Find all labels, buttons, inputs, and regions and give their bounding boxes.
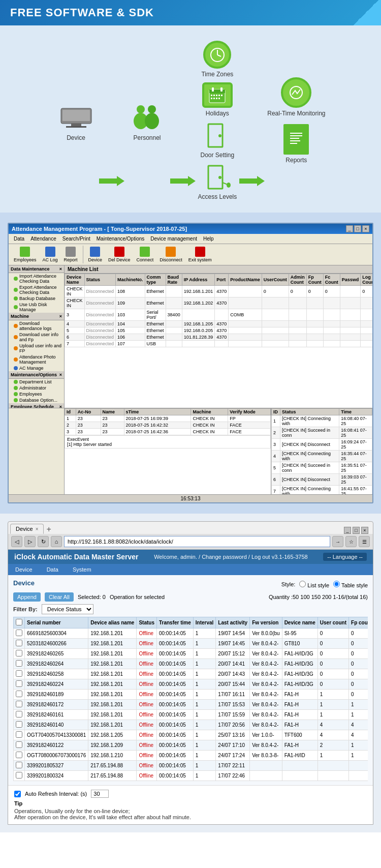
menu-data[interactable]: Data: [11, 235, 27, 243]
home-btn[interactable]: ⌂: [51, 536, 62, 547]
table-row[interactable]: 323232018-07-25 16:42:36CHECK INFACE: [65, 429, 271, 435]
refresh-btn[interactable]: ↻: [38, 536, 49, 547]
sidebar-photo[interactable]: Attendance Photo Management: [9, 354, 64, 365]
sidebar-export[interactable]: Export Attendance Checking Data: [9, 284, 64, 295]
back-btn[interactable]: ◁: [11, 536, 22, 547]
table-row[interactable]: 123232018-07-25 16:09:39CHECK INFP: [65, 415, 271, 422]
sidebar-usb[interactable]: Use Usb Disk Manage: [9, 302, 64, 313]
disconnect-btn[interactable]: Disconnect: [157, 246, 184, 263]
menu-maintenance[interactable]: Maintenance/Options: [93, 235, 148, 243]
list-item[interactable]: 3929182460258192.168.1.201Offline00:00:1…: [14, 669, 368, 679]
browser-maximize[interactable]: □: [353, 527, 360, 534]
table-style-option[interactable]: Table style: [333, 581, 368, 588]
close-btn[interactable]: ×: [362, 225, 369, 232]
list-item[interactable]: 3929182460265192.168.1.201Offline00:00:1…: [14, 649, 368, 659]
exit-btn[interactable]: Exit system: [186, 246, 214, 263]
menu-help[interactable]: Help: [200, 235, 217, 243]
nav-device[interactable]: Device: [8, 564, 40, 575]
list-item[interactable]: OGT70400570413300081192.168.1.205Offline…: [14, 730, 368, 740]
sidebar-download-user[interactable]: Download user info and Fp: [9, 332, 64, 343]
forward-btn[interactable]: ▷: [24, 536, 36, 547]
menu-device[interactable]: Device management: [147, 235, 200, 243]
window-controls[interactable]: _ □ ×: [346, 225, 369, 232]
table-row[interactable]: 6Disconnected106Ethernet101.81.228.39437…: [65, 334, 373, 341]
tab-close-icon[interactable]: ×: [36, 526, 39, 532]
device-btn[interactable]: Device: [86, 246, 105, 263]
sidebar-db-options[interactable]: Database Option...: [9, 397, 64, 403]
th-comm-type: Comm type: [145, 274, 166, 286]
browser-tab-device[interactable]: Device ×: [10, 524, 44, 534]
table-row[interactable]: CHECK INDisconnected108Ethernet192.168.1…: [65, 286, 373, 297]
list-item[interactable]: 52031824600266192.168.1.201Offline00:00:…: [14, 639, 368, 649]
list-item[interactable]: 3929182460189192.168.1.201Offline00:00:1…: [14, 690, 368, 700]
select-all-checkbox[interactable]: [16, 619, 22, 625]
sidebar-download-logs[interactable]: Download attendance logs: [9, 320, 64, 332]
sidebar-ac[interactable]: AC Manage: [9, 365, 64, 371]
append-btn[interactable]: Append: [13, 592, 41, 602]
sidebar-admin[interactable]: Administrator: [9, 385, 64, 391]
menu-searchprint[interactable]: Search/Print: [59, 235, 93, 243]
list-item[interactable]: 66691825600304192.168.1.201Offline00:00:…: [14, 628, 368, 639]
th-interval: Interval: [193, 617, 216, 628]
list-item[interactable]: OGT70800067073000176192.168.1.210Offline…: [14, 751, 368, 761]
list-item[interactable]: 3929182460172192.168.1.201Offline00:00:1…: [14, 700, 368, 710]
auto-refresh-checkbox[interactable]: [14, 791, 21, 797]
sidebar-dept[interactable]: Department List: [9, 379, 64, 385]
table-row[interactable]: 7Disconnected107USB3204: [65, 341, 373, 347]
svg-point-8: [145, 113, 159, 129]
aclog-tab[interactable]: AC Log: [41, 246, 60, 263]
sidebar-backup[interactable]: Backup Database: [9, 295, 64, 302]
sidebar-maintenance-opts[interactable]: Maintenance/Options×: [9, 371, 64, 379]
flow-device: Device: [56, 102, 97, 141]
clear-all-btn[interactable]: Clear All: [45, 592, 74, 602]
sidebar-machine[interactable]: Machine×: [9, 313, 64, 320]
sidebar-import[interactable]: Import Attendance Checking Data: [9, 273, 64, 284]
list-item[interactable]: 3399201805327217.65.194.88Offline00:00:1…: [14, 761, 368, 771]
access-label: Access Levels: [198, 193, 237, 200]
filter-select[interactable]: Device Status: [42, 604, 93, 614]
th-admin: Admin Count: [289, 274, 306, 286]
address-bar[interactable]: [64, 536, 330, 547]
star-btn[interactable]: ☆: [345, 536, 357, 547]
header-title: FREE SOFTWARE & SDK: [10, 6, 371, 19]
minimize-btn[interactable]: _: [346, 225, 353, 232]
table-row[interactable]: 4Disconnected104Ethernet192.168.1.205437…: [65, 321, 373, 327]
browser-minimize[interactable]: _: [344, 527, 351, 534]
table-row[interactable]: 3Disconnected103Serial Port/38400COMB: [65, 309, 373, 321]
list-item[interactable]: 3929182460161192.168.1.201Offline00:00:1…: [14, 710, 368, 720]
style-options: Style: List style Table style: [281, 581, 368, 588]
maximize-btn[interactable]: □: [354, 225, 361, 232]
go-btn[interactable]: →: [332, 536, 343, 547]
connect-btn[interactable]: Connect: [135, 246, 156, 263]
sidebar-employees[interactable]: Employees: [9, 391, 64, 397]
report-tab[interactable]: Report: [62, 246, 80, 263]
nav-data[interactable]: Data: [40, 564, 66, 575]
machine-list-header: Machine List: [65, 265, 372, 274]
nav-system[interactable]: System: [66, 564, 99, 575]
table-row[interactable]: 223232018-07-25 16:42:32CHECK INFACE: [65, 422, 271, 429]
timezones-label: Time Zones: [201, 71, 233, 78]
del-device-btn[interactable]: Del Device: [106, 246, 133, 263]
list-item[interactable]: 3929182460264192.168.1.201Offline00:00:1…: [14, 659, 368, 669]
refresh-interval-input[interactable]: [91, 790, 109, 798]
menu-btn[interactable]: ☰: [359, 536, 370, 547]
employees-tab[interactable]: Employees: [12, 246, 39, 263]
list-style-option[interactable]: List style: [299, 581, 329, 588]
iclock-lang[interactable]: -- Language --: [323, 553, 367, 561]
list-item[interactable]: 3929182460224192.168.1.201Offline00:00:1…: [14, 679, 368, 690]
new-tab-button[interactable]: +: [44, 525, 53, 534]
list-item[interactable]: 3929182460140192.168.1.201Offline00:00:1…: [14, 720, 368, 730]
table-row[interactable]: 5Disconnected105Ethernet192.168.0.205437…: [65, 327, 373, 334]
flow-right: Real-Time Monitoring Reports: [267, 77, 325, 166]
sidebar-emp-schedule[interactable]: Employee Schedule×: [9, 403, 64, 408]
list-item[interactable]: 3929182460122192.168.1.209Offline00:00:1…: [14, 740, 368, 751]
flow-realtime: Real-Time Monitoring: [267, 77, 325, 117]
browser-close[interactable]: ×: [361, 527, 368, 534]
menu-attendance[interactable]: Attendance: [27, 235, 59, 243]
table-row[interactable]: CHECK INDisconnected109Ethernet192.168.1…: [65, 297, 373, 309]
software-window: Attendance Management Program - [ Tong-S…: [8, 223, 373, 503]
sidebar-upload-user[interactable]: Upload user info and FP: [9, 343, 64, 354]
list-item[interactable]: 3399201800324217.65.194.88Offline00:00:1…: [14, 771, 368, 781]
svg-rect-19: [216, 95, 217, 96]
sidebar-data-maintenance[interactable]: Data Maintenance×: [9, 265, 64, 273]
